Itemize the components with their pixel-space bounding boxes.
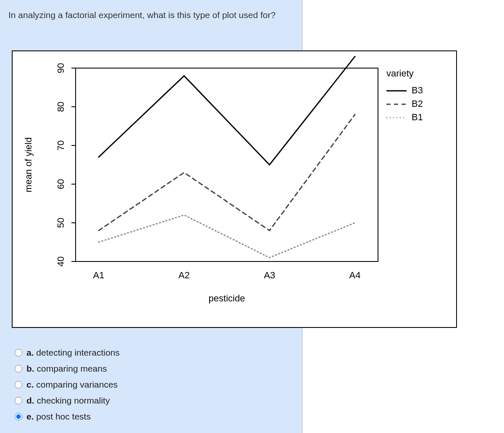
series-B3 <box>99 56 355 165</box>
answer-option-e[interactable]: e. post hoc tests <box>15 409 120 425</box>
x-tick-label: A4 <box>349 270 361 280</box>
page-root: In analyzing a factorial experiment, wha… <box>0 0 504 433</box>
y-tick-label: 90 <box>55 63 66 73</box>
series-B2 <box>99 114 355 230</box>
answer-label-d: d. checking normality <box>26 396 110 406</box>
interaction-plot: 405060708090mean of yieldA1A2A3A4pestici… <box>13 51 456 327</box>
legend-label-B3: B3 <box>412 85 423 95</box>
legend-label-B2: B2 <box>412 98 423 109</box>
answer-option-d[interactable]: d. checking normality <box>15 393 120 409</box>
y-tick-label: 80 <box>55 102 66 112</box>
answer-label-e: e. post hoc tests <box>26 412 91 422</box>
answer-radio-e[interactable] <box>15 413 22 420</box>
legend-title: variety <box>386 68 414 79</box>
y-axis-label: mean of yield <box>23 137 34 193</box>
answer-label-a: a. detecting interactions <box>26 348 120 358</box>
x-tick-label: A1 <box>93 270 105 280</box>
y-tick-label: 50 <box>55 218 66 228</box>
legend-label-B1: B1 <box>412 112 423 122</box>
answer-label-c: c. comparing variances <box>26 380 118 390</box>
answer-radio-a[interactable] <box>15 349 22 356</box>
answer-option-a[interactable]: a. detecting interactions <box>15 345 120 361</box>
series-B1 <box>99 215 355 258</box>
answer-radio-b[interactable] <box>15 365 22 372</box>
question-text: In analyzing a factorial experiment, wha… <box>8 8 294 22</box>
x-tick-label: A3 <box>264 270 275 280</box>
answer-label-b: b. comparing means <box>26 364 107 374</box>
answer-option-c[interactable]: c. comparing variances <box>15 377 120 393</box>
answer-radio-d[interactable] <box>15 397 22 404</box>
y-tick-label: 70 <box>55 140 66 150</box>
chart-container: 405060708090mean of yieldA1A2A3A4pestici… <box>12 50 457 328</box>
answer-list: a. detecting interactionsb. comparing me… <box>15 345 120 425</box>
y-tick-label: 60 <box>55 179 66 189</box>
x-axis-label: pesticide <box>209 293 245 304</box>
answer-option-b[interactable]: b. comparing means <box>15 361 120 377</box>
answer-radio-c[interactable] <box>15 381 22 388</box>
x-tick-label: A2 <box>178 270 190 280</box>
y-tick-label: 40 <box>55 256 66 267</box>
